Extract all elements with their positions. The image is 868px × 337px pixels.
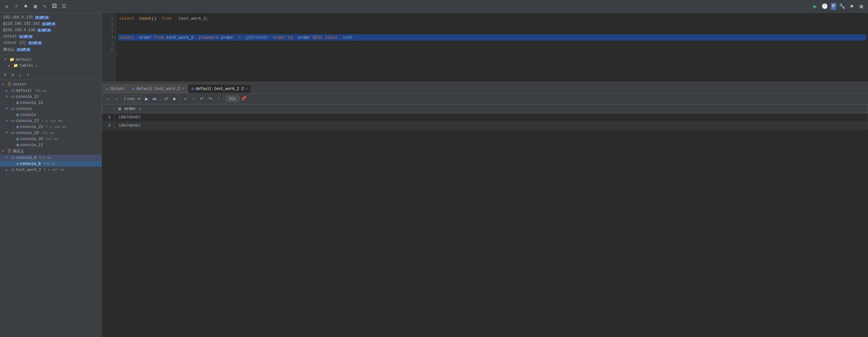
table-view-button[interactable]: ▦ <box>858 3 865 10</box>
connection-label: 腾讯云 <box>3 47 14 53</box>
tools-button[interactable]: 🔧 <box>839 3 846 10</box>
db-icon: 🗃 <box>11 167 14 172</box>
connection-label: @192.168.4.138 <box>3 28 35 32</box>
tree-label: console_23 <box>20 125 43 129</box>
tree-item-console22[interactable]: ▼ 🗃 console_22 <box>0 94 101 100</box>
connection-item-1[interactable]: 192.168.4.131 2 of 4 <box>0 14 101 21</box>
table-row: 1 198789487 <box>102 113 868 122</box>
tree-add-icon[interactable]: + <box>25 72 31 78</box>
image-icon[interactable]: 🖼 <box>51 3 58 10</box>
db-icon: 🗃 <box>11 155 14 160</box>
refresh-icon[interactable]: ↺ <box>3 3 10 10</box>
line-num-4: 4 ✓ <box>102 34 116 41</box>
tree-item-console21[interactable]: ▦ console_21 <box>0 142 101 148</box>
tree-label: console_8 <box>16 156 37 160</box>
order-column-header[interactable]: ▦ order ⇅ <box>115 104 868 113</box>
default-folder-section: ▼ 📁 default ▶ 📁 tables 1 <box>0 55 101 70</box>
tree-item-console23-table[interactable]: ▦ console_23 7 s 164 ms <box>0 124 101 130</box>
tree-item-console[interactable]: ▼ 🗃 console <box>0 106 101 112</box>
tree-label: console_8 <box>20 162 41 166</box>
results-panel: ▶ Output ▦ default.test_work_2 × ▦ defau… <box>102 82 868 337</box>
tree-item-console20[interactable]: ▼ 🗃 console_20 123 ms <box>0 130 101 136</box>
expand-icon: ▼ <box>2 83 6 87</box>
tree-item-default[interactable]: ▶ 🗃 default 726 ms <box>0 88 101 94</box>
tree-item-console-table[interactable]: ▦ console <box>0 112 101 118</box>
first-page-button[interactable]: ⏮ <box>104 95 111 102</box>
rows-select[interactable]: 2 rows <box>121 95 142 102</box>
expand-icon: ▶ <box>6 168 9 172</box>
tree-collapse-icon[interactable]: ↙ <box>17 72 24 78</box>
upload-button[interactable]: ↑ <box>215 95 222 102</box>
edit-icon[interactable]: ✎ <box>41 3 48 10</box>
profile-button[interactable]: P <box>831 3 836 10</box>
connection-badge: 1 of 4 <box>28 41 42 45</box>
tree-item-console8[interactable]: ▼ 🗃 console_8 578 ms <box>0 155 101 161</box>
tree-item-console20-table[interactable]: ▦ console_20 123 ms <box>0 136 101 142</box>
table-icon: ▦ <box>17 112 19 117</box>
tree-label: console_20 <box>16 131 39 135</box>
last-page-button[interactable]: ⏭ <box>151 95 158 102</box>
tree-label: console_21 <box>20 143 43 147</box>
tables-folder-item[interactable]: ▶ 📁 tables 1 <box>3 63 99 69</box>
refresh-button[interactable]: ↺ <box>162 95 169 102</box>
line-num-3: 3 <box>102 28 116 34</box>
results-table-area: ▦ order ⇅ 1 198789487 2 <box>102 104 868 337</box>
filter-icon[interactable]: ☰ <box>60 3 67 10</box>
db-icon: 🗃 <box>11 131 14 135</box>
connection-badge: 1 of 4 <box>17 48 31 52</box>
row-number: 2 <box>102 122 115 130</box>
tree-meta: 7 s 164 ms <box>45 125 66 129</box>
tree-item-cktest[interactable]: ▼ 🗄 cktest <box>0 81 101 88</box>
connection-item-3[interactable]: @192.168.4.138 1 of 4 <box>0 27 101 33</box>
right-panel: 1 2 3 4 ✓ 5 6 select count() from test_w… <box>102 13 868 337</box>
tree-item-testwork2[interactable]: ▶ 🗃 test_work_2 2 s 847 ms <box>0 167 101 173</box>
table-row: 2 198789487 <box>102 122 868 130</box>
connection-item-5[interactable]: cktest [2] 1 of 4 <box>0 40 101 46</box>
add-row-button[interactable]: + <box>182 95 189 102</box>
connection-item-2[interactable]: @118.195.182.242 1 of 4 <box>0 21 101 27</box>
next-page-button[interactable]: ▶ <box>143 95 150 102</box>
lightning-icon[interactable]: ⚡ <box>13 3 20 10</box>
tab-close-button[interactable]: × <box>182 87 184 91</box>
prev-page-button[interactable]: ◀ <box>113 95 120 102</box>
redo-button[interactable]: ↷ <box>207 95 214 102</box>
undo-button[interactable]: ↶ <box>198 95 206 102</box>
stop-query-button[interactable]: ■ <box>848 3 855 10</box>
sql-code-area[interactable]: select count() from test_work_2; select … <box>116 13 868 81</box>
tree-item-console8-table[interactable]: ▦ console_8 578 ms <box>0 161 101 167</box>
tree-filter-icon[interactable]: ≡ <box>2 72 8 78</box>
stop-button[interactable]: ■ <box>171 95 178 102</box>
sort-icon[interactable]: ⇅ <box>140 107 142 111</box>
tree-item-console22-table[interactable]: ▦ console_22 <box>0 100 101 106</box>
tab-output-label: Output <box>111 87 124 91</box>
expand-icon: ▼ <box>6 107 9 110</box>
run-button[interactable]: ▶ <box>812 3 819 10</box>
tree-label: console_23 <box>16 119 39 123</box>
separator <box>160 96 161 102</box>
tree-switch-icon[interactable]: ⇄ <box>9 72 16 78</box>
default-folder-item[interactable]: ▼ 📁 default <box>3 57 99 63</box>
tab-close-button[interactable]: × <box>246 87 248 91</box>
order-cell: 198789487 <box>115 113 868 122</box>
tab-testwork2-2[interactable]: ▦ default.test_work_2 2 × <box>188 84 251 93</box>
remove-row-button[interactable]: − <box>190 95 197 102</box>
db-tree: ▼ 🗄 cktest ▶ 🗃 default 726 ms ▼ 🗃 consol… <box>0 80 101 337</box>
results-table: ▦ order ⇅ 1 198789487 2 <box>102 104 868 130</box>
tree-label: test_work_2 <box>16 168 41 172</box>
connection-item-6[interactable]: 腾讯云 1 of 4 <box>0 46 101 53</box>
history-button[interactable]: 🕐 <box>821 3 828 10</box>
tree-label: console <box>16 107 32 111</box>
pin-icon[interactable]: 📌 <box>241 96 246 101</box>
table-icon: ▦ <box>17 161 19 166</box>
tree-item-tencent[interactable]: ▼ 🗄 腾讯云 <box>0 148 101 155</box>
ddl-button[interactable]: DDL <box>226 96 240 102</box>
tab-testwork2-1[interactable]: ▦ default.test_work_2 × <box>128 84 187 93</box>
grid-icon[interactable]: ▦ <box>32 3 39 10</box>
tab-output[interactable]: ▶ Output <box>103 84 128 93</box>
db-icon: 🗃 <box>11 119 14 123</box>
connection-item-4[interactable]: cktest 1 of 4 <box>0 33 101 40</box>
separator <box>224 96 224 102</box>
tree-meta: 578 ms <box>39 156 52 160</box>
stop-icon[interactable]: ■ <box>22 3 29 10</box>
tree-item-console23[interactable]: ▼ 🗃 console_23 7 s 164 ms <box>0 118 101 124</box>
